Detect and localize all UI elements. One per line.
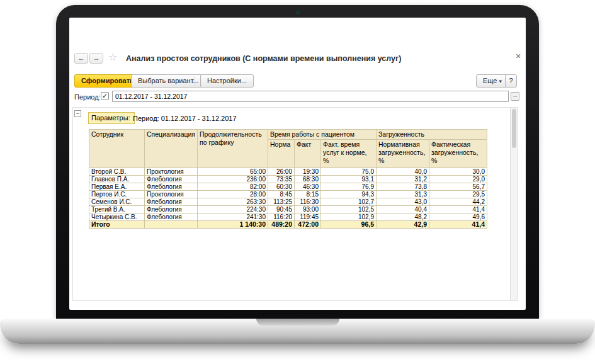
cell-norm[interactable]: 90:45 <box>268 206 295 213</box>
cell-fact-to-norm[interactable]: 102,9 <box>321 213 377 221</box>
toolbar-separator <box>195 76 195 86</box>
cell-norm-load[interactable]: 43,0 <box>377 198 429 206</box>
cell-duration[interactable]: 82:00 <box>198 183 268 191</box>
cell-duration[interactable]: 241:30 <box>198 213 268 221</box>
cell-norm[interactable]: 113:25 <box>268 198 295 206</box>
cell-norm-load[interactable]: 40,4 <box>377 206 429 213</box>
col-header-specialization: Специализация <box>145 130 198 168</box>
cell-fact[interactable]: 93:00 <box>295 206 321 213</box>
cell-fact-to-norm[interactable]: 76,9 <box>321 183 377 191</box>
col-header-fact: Факт <box>295 140 321 168</box>
cell-norm-load[interactable]: 73,8 <box>377 183 429 191</box>
cell-fact-load[interactable]: 30,0 <box>429 168 487 176</box>
forward-button[interactable]: → <box>89 53 103 64</box>
cell-norm[interactable]: 26:00 <box>268 168 295 176</box>
params-period-text: Период: 01.12.2017 - 31.12.2017 <box>133 115 237 122</box>
period-checkbox[interactable]: ✓ <box>101 92 109 100</box>
cell-norm[interactable]: 73:35 <box>268 176 295 183</box>
cell-specialization[interactable]: Проктология <box>145 168 198 176</box>
cell-duration[interactable]: 263:30 <box>198 198 268 206</box>
cell-norm[interactable]: 116:20 <box>268 213 295 221</box>
favorite-star-icon[interactable]: ☆ <box>108 51 117 63</box>
cell-fact-to-norm[interactable]: 102,5 <box>321 206 377 213</box>
table-row: Четыркина С.В. Флебология 241:30 116:20 … <box>89 213 487 221</box>
cell-norm-load[interactable]: 31,3 <box>377 191 429 198</box>
laptop-lid-notch <box>256 319 339 326</box>
close-icon[interactable]: × <box>513 51 523 61</box>
cell-fact-to-norm[interactable]: 93,1 <box>321 176 377 183</box>
period-label: Период: <box>74 93 101 101</box>
scrollbar-thumb[interactable] <box>512 109 516 148</box>
cell-fact[interactable]: 8:15 <box>295 191 321 198</box>
total-norm[interactable]: 489:20 <box>268 221 295 229</box>
cell-fact-to-norm[interactable]: 102,7 <box>321 198 377 206</box>
total-fact[interactable]: 472:00 <box>295 221 321 229</box>
more-button[interactable]: Еще ▾ <box>476 74 509 88</box>
table-row: Семенов И.С. Флебология 263:30 113:25 11… <box>89 198 487 206</box>
period-ellipsis-button[interactable]: ... <box>511 92 519 101</box>
total-norm-load[interactable]: 42,9 <box>377 221 429 229</box>
cell-duration[interactable]: 224:30 <box>198 206 268 213</box>
cell-specialization[interactable]: Флебология <box>145 213 198 221</box>
cell-employee[interactable]: Главнов П.А. <box>89 176 145 183</box>
cell-fact-to-norm[interactable]: 75,0 <box>321 168 377 176</box>
help-button[interactable]: ? <box>505 74 517 88</box>
header-row-groups: Сотрудник Специализация Продолжительност… <box>89 130 487 140</box>
cell-specialization[interactable]: Флебология <box>145 183 198 191</box>
cell-norm-load[interactable]: 48,2 <box>377 213 429 221</box>
total-label[interactable]: Итого <box>89 221 145 229</box>
cell-fact-load[interactable]: 29,5 <box>429 191 487 198</box>
cell-fact[interactable]: 116:30 <box>295 198 321 206</box>
webcam-icon <box>296 11 299 14</box>
cell-specialization[interactable]: Флебология <box>145 206 198 213</box>
cell-fact[interactable]: 68:30 <box>295 176 321 183</box>
cell-specialization[interactable]: Флебология <box>145 176 198 183</box>
total-fact-load[interactable]: 41,4 <box>429 221 487 229</box>
cell-norm-load[interactable]: 40,0 <box>377 168 429 176</box>
cell-fact[interactable]: 119:45 <box>295 213 321 221</box>
cell-fact[interactable]: 46:30 <box>295 183 321 191</box>
total-row: Итого 1 140:30 489:20 472:00 96,5 42,9 4… <box>89 221 487 229</box>
cell-specialization[interactable]: Флебология <box>145 198 198 206</box>
cell-employee[interactable]: Четыркина С.В. <box>89 213 145 221</box>
total-specialization <box>145 221 198 229</box>
settings-button[interactable]: Настройки... <box>200 74 254 88</box>
table-row: Первая Е.А. Флебология 82:00 60:30 46:30… <box>89 183 487 191</box>
params-cell[interactable]: Параметры: <box>88 112 135 124</box>
total-fact-to-norm[interactable]: 96,5 <box>321 221 377 229</box>
cell-norm[interactable]: 8:45 <box>268 191 295 198</box>
vertical-scrollbar[interactable] <box>510 108 518 300</box>
table-row: Главнов П.А. Флебология 236:00 73:35 68:… <box>89 176 487 183</box>
cell-employee[interactable]: Семенов И.С. <box>89 198 145 206</box>
cell-employee[interactable]: Первая Е.А. <box>89 183 145 191</box>
cell-fact-to-norm[interactable]: 94,3 <box>321 191 377 198</box>
cell-specialization[interactable]: Проктология <box>145 191 198 198</box>
col-header-fact-to-norm: Факт. время услуг к норме, % <box>321 140 377 168</box>
cell-employee[interactable]: Третий В.А. <box>89 206 145 213</box>
col-header-fact-load: Фактическая загруженность, % <box>429 140 487 168</box>
cell-employee[interactable]: Второй С.В. <box>89 168 145 176</box>
table-row: Пертов И.С. Проктология 28:00 8:45 8:15 … <box>89 191 487 198</box>
cell-fact-load[interactable]: 41,4 <box>429 206 487 213</box>
more-button-label: Еще <box>483 77 497 84</box>
cell-duration[interactable]: 28:00 <box>198 191 268 198</box>
col-header-load-group: Загруженность <box>377 130 487 140</box>
table-row: Третий В.А. Флебология 224:30 90:45 93:0… <box>89 206 487 213</box>
cell-employee[interactable]: Пертов И.С. <box>89 191 145 198</box>
cell-fact-load[interactable]: 44,2 <box>429 198 487 206</box>
cell-duration[interactable]: 236:00 <box>198 176 268 183</box>
total-duration[interactable]: 1 140:30 <box>198 221 268 229</box>
col-header-norm-load: Нормативная загруженность, % <box>377 140 429 168</box>
cell-fact[interactable]: 19:30 <box>295 168 321 176</box>
window-title: Анализ простоя сотрудников (С нормами вр… <box>126 54 401 63</box>
collapse-group-button[interactable]: − <box>74 110 81 117</box>
table-row: Второй С.В. Проктология 65:00 26:00 19:3… <box>89 168 487 176</box>
cell-fact-load[interactable]: 29,0 <box>429 176 487 183</box>
cell-norm-load[interactable]: 31,2 <box>377 176 429 183</box>
cell-duration[interactable]: 65:00 <box>198 168 268 176</box>
back-button[interactable]: ← <box>74 53 88 64</box>
period-input[interactable] <box>112 91 509 102</box>
cell-fact-load[interactable]: 49,6 <box>429 213 487 221</box>
cell-fact-load[interactable]: 56,7 <box>429 183 487 191</box>
cell-norm[interactable]: 60:30 <box>268 183 295 191</box>
